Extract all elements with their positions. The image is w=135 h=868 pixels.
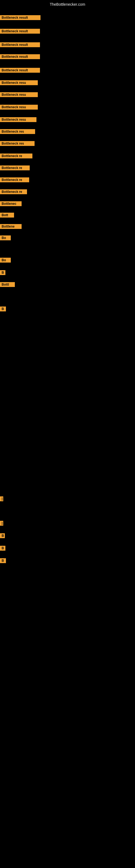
bottleneck-badge: B [0,546,5,551]
bottleneck-badge: Bottleneck resu [0,80,38,85]
bottleneck-badge: Bottleneck resu [0,105,38,110]
bottleneck-badge: B [0,558,6,563]
bottleneck-badge: Bottleneck result [0,54,40,59]
bottleneck-badge: Bottleneck resu [0,117,37,122]
bottleneck-badge: Bottleneck result [0,68,40,73]
bottleneck-badge: Bo [0,258,11,262]
bottleneck-badge: | [0,521,3,526]
bottleneck-badge: Bo [0,236,11,240]
bottleneck-badge: Bottleneck re [0,177,29,182]
bottleneck-badge: Bottleneck result [0,42,40,47]
site-title: TheBottlenecker.com [0,0,135,9]
bottleneck-badge: Bottleneck result [0,29,40,34]
bottleneck-badge: Bottleneck resu [0,92,38,97]
bottleneck-badge: Bottleneck re [0,189,27,194]
bottleneck-badge: Bottleneck result [0,15,41,20]
bottleneck-badge: B [0,533,5,538]
bottleneck-badge: Bottl [0,282,15,287]
bottleneck-badge: Bottleneck re [0,154,32,158]
bottleneck-badge: B [0,307,6,311]
bottleneck-badge: Bott [0,213,14,218]
bottleneck-badge: Bottleneck res [0,129,35,134]
bottleneck-badge: Bottleneck res [0,141,35,146]
bottleneck-badge: Bottlene [0,224,21,229]
bottleneck-badge: Bottlenec [0,201,21,206]
bottleneck-badge: | [0,496,3,501]
bottleneck-badge: B [0,270,5,275]
bottleneck-badge: Bottleneck re [0,165,30,170]
